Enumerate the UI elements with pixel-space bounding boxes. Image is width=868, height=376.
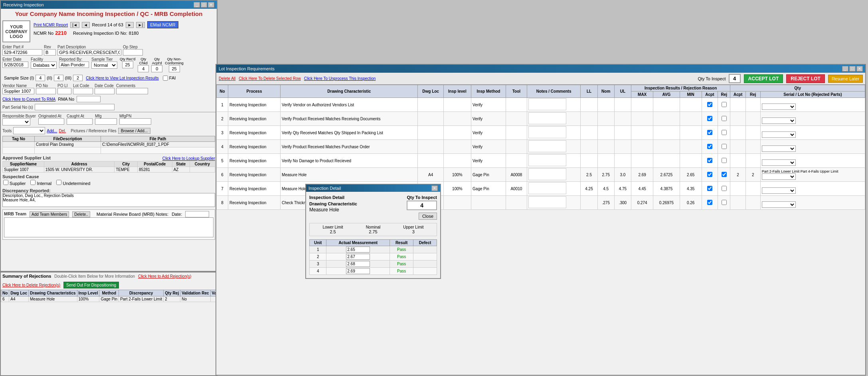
row-acpt-cb[interactable] [702, 140, 718, 154]
lot-minimize-btn[interactable]: _ [842, 66, 848, 72]
cause-supplier[interactable]: Supplier [3, 180, 26, 186]
add-tool-link[interactable]: Add... [47, 129, 57, 133]
measure-actual[interactable] [326, 261, 390, 268]
add-rejection-link[interactable]: Click Here to Add Rejection(s) [138, 274, 191, 279]
maximize-btn[interactable]: □ [201, 2, 207, 8]
add-members-btn[interactable]: Add Team Members [30, 211, 69, 217]
mrb-notes-area[interactable] [4, 217, 214, 237]
supplier-name: Supplier 1007 [3, 167, 44, 173]
nav-prev-btn[interactable]: ◄ [82, 22, 90, 28]
discrepancy-text[interactable]: Description, Dwg Loc., Rejection Details… [2, 193, 215, 207]
cause-undetermined[interactable]: Undetermined [56, 180, 90, 186]
row-rej-cb[interactable] [718, 196, 730, 210]
row-rej-cb[interactable] [718, 140, 730, 154]
enter-date-input[interactable] [2, 62, 28, 68]
op-step-input[interactable] [123, 49, 143, 56]
lot-maximize-btn[interactable]: □ [849, 66, 856, 72]
col-ul-header: UL [614, 85, 631, 98]
measure-actual[interactable] [326, 268, 390, 275]
row-rej-cb[interactable] [718, 168, 730, 182]
sample-i[interactable] [36, 75, 45, 81]
browse-btn[interactable]: Browse / Add... [118, 128, 150, 134]
enter-date-label: Enter Date [2, 57, 28, 62]
mrb-date-input[interactable] [185, 211, 209, 217]
popup-close-btn[interactable]: Close [419, 213, 437, 220]
lot-close-btn[interactable]: ✕ [856, 66, 863, 72]
row-acpt-cb[interactable] [702, 98, 718, 112]
reject-lot-btn[interactable]: REJECT LOT [786, 74, 825, 83]
measure-unit: 3 [310, 261, 326, 268]
rev-input[interactable] [44, 49, 56, 56]
nav-last-btn[interactable]: ►| [136, 22, 145, 28]
measure-actual[interactable] [326, 246, 390, 253]
mfgpn-input[interactable] [119, 118, 151, 125]
part-serial-input[interactable] [35, 104, 115, 110]
row-acpt-cb[interactable] [702, 154, 718, 168]
mfg-input[interactable] [95, 118, 117, 125]
limits-row: Lower Limit 2.5 Nominal 2.75 Upper Limit… [309, 223, 437, 236]
cause-internal[interactable]: Internal [30, 180, 51, 186]
sample-tier-select[interactable]: Normal [91, 62, 117, 69]
rma-no-label: RMA No [58, 97, 74, 101]
nav-next-btn[interactable]: ► [126, 22, 134, 28]
row-tool: A0010 [506, 182, 527, 196]
popup-close-title-btn[interactable]: ✕ [431, 185, 438, 191]
sample-ii[interactable] [54, 75, 63, 81]
view-lot-link[interactable]: Click Here to View Lot Inspection Result… [86, 76, 159, 80]
row-acpt-cb[interactable] [702, 196, 718, 210]
part-desc-input[interactable] [57, 49, 121, 56]
delete-members-btn[interactable]: Delete.. [72, 211, 90, 217]
sample-iii[interactable] [73, 75, 83, 81]
row-min: 2.65 [680, 168, 702, 182]
tool-path-cell2 [101, 147, 215, 154]
comments-input[interactable] [116, 88, 148, 94]
row-acpt-cb[interactable] [702, 168, 718, 182]
part-input[interactable] [2, 49, 42, 56]
print-ncmr-link[interactable]: Print NCMR Report [34, 23, 68, 27]
measure-actual[interactable] [326, 253, 390, 261]
lot-code-input[interactable] [73, 88, 93, 94]
email-ncmr-btn[interactable]: EMail NCMR [147, 21, 178, 28]
originated-at-input[interactable] [38, 118, 64, 125]
date-code-input[interactable] [95, 88, 115, 94]
reported-by-input[interactable] [59, 62, 89, 68]
delete-selected-link[interactable]: Click Here To Delete Selected Row [239, 76, 301, 81]
row-ll [581, 112, 597, 126]
nav-first-btn[interactable]: |◄ [70, 22, 79, 28]
row-rej-cb[interactable] [718, 126, 730, 140]
tools-select[interactable] [13, 127, 45, 134]
del-tool-link[interactable]: Del. [59, 129, 66, 133]
unprocess-link[interactable]: Click Here To Unprocess This Inspection [304, 76, 376, 81]
close-btn[interactable]: ✕ [208, 2, 214, 8]
tool-tag-header: Tag No [3, 136, 35, 142]
row-rej-cb[interactable] [718, 98, 730, 112]
row-acpt-cb[interactable] [702, 112, 718, 126]
po-li-input[interactable] [57, 88, 71, 94]
buyer-select[interactable] [2, 118, 30, 125]
row-acpt-cb[interactable] [702, 182, 718, 196]
row-insp-level [443, 126, 471, 140]
delete-all-link[interactable]: Delete All [219, 76, 235, 81]
row-rej-cb[interactable] [718, 154, 730, 168]
rma-no-input[interactable] [77, 96, 101, 102]
resume-later-btn[interactable]: Resume Later [828, 75, 863, 83]
lookup-supplier-link[interactable]: Click Here to Lookup Supplier [162, 156, 215, 161]
caught-at-input[interactable] [67, 118, 93, 125]
row-serial [760, 126, 865, 140]
vendor-label: Vendor Name [2, 84, 34, 88]
fai-checkbox[interactable] [163, 76, 168, 81]
measure-result: Pass [390, 268, 413, 275]
row-acpt-cb[interactable] [702, 126, 718, 140]
row-rej-cb[interactable] [718, 182, 730, 196]
minimize-btn[interactable]: _ [194, 2, 200, 8]
delete-rejection-link[interactable]: Click Here to Delete Rejection(s) [2, 283, 60, 287]
accept-lot-btn[interactable]: ACCEPT LOT [744, 74, 783, 83]
row-rej-cb[interactable] [718, 112, 730, 126]
row-min [680, 112, 702, 126]
po-no-input[interactable] [36, 88, 56, 94]
row-process: Receiving Inspection [228, 154, 281, 168]
send-out-btn[interactable]: Send Out For Dispositioning [63, 282, 119, 288]
convert-rma-link[interactable]: Click Here to Convert To RMA [2, 97, 55, 101]
vendor-input[interactable] [2, 88, 34, 94]
facility-select[interactable]: Database [31, 62, 57, 69]
